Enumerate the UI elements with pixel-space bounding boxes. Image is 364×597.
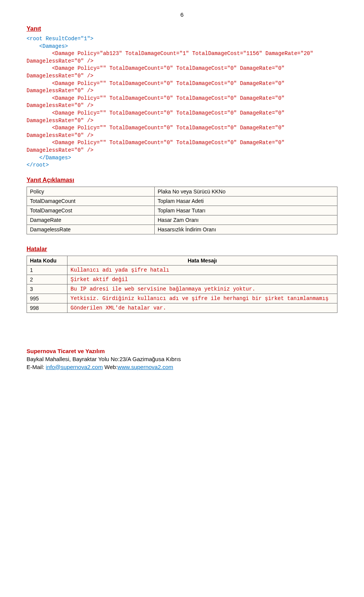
footer-address: Baykal Mahallesi, Bayraktar Yolu No:23/A…: [27, 355, 337, 363]
error-code: 995: [27, 294, 67, 303]
error-msg: Gönderilen XML'de hatalar var.: [67, 303, 337, 313]
table-row: DamagelessRate Hasarsızlık İndirim Oranı: [27, 225, 337, 234]
desc-val: Hasar Zam Oranı: [154, 215, 337, 225]
xml-response-block: <root ResultCode="1"> <Damages> <Damage …: [27, 35, 337, 169]
desc-val: Plaka No veya Sürücü KKNo: [154, 187, 337, 196]
xml-damage-empty: <Damage Policy="" TotalDamageCount="0" T…: [27, 65, 288, 79]
table-row: 3 Bu IP adresi ile web servisine bağlanm…: [27, 284, 337, 294]
error-table: Hata Kodu Hata Mesajı 1 Kullanıcı adı ya…: [27, 256, 337, 313]
desc-key: DamageRate: [27, 215, 155, 225]
error-code: 2: [27, 275, 67, 284]
desc-key: TotalDamageCount: [27, 196, 155, 206]
error-msg: Şirket aktif değil: [67, 275, 337, 284]
footer: Supernova Ticaret ve Yazılım Baykal Maha…: [27, 347, 337, 371]
desc-val: Toplam Hasar Tutarı: [154, 206, 337, 215]
table-row: Policy Plaka No veya Sürücü KKNo: [27, 187, 337, 196]
xml-damage-empty: <Damage Policy="" TotalDamageCount="0" T…: [27, 110, 288, 124]
section-title-hatalar: Hatalar: [27, 246, 337, 253]
error-msg: Bu IP adresi ile web servisine bağlanmay…: [67, 284, 337, 294]
table-row: DamageRate Hasar Zam Oranı: [27, 215, 337, 225]
xml-root-close: </root>: [27, 162, 49, 168]
footer-web-label: Web:: [103, 364, 118, 370]
error-code: 3: [27, 284, 67, 294]
error-header-msg: Hata Mesajı: [67, 256, 337, 265]
xml-root-open: <root ResultCode="1">: [27, 36, 93, 42]
footer-email-link[interactable]: info@supernova2.com: [46, 364, 103, 370]
table-row: 2 Şirket aktif değil: [27, 275, 337, 284]
xml-damage-empty: <Damage Policy="" TotalDamageCount="0" T…: [27, 80, 288, 94]
xml-damage-first: <Damage Policy="ab123" TotalDamageCount=…: [27, 50, 317, 64]
desc-val: Hasarsızlık İndirim Oranı: [154, 225, 337, 234]
table-row: 995 Yetkisiz. Girdiğiniz kullanıcı adı v…: [27, 294, 337, 303]
error-msg: Yetkisiz. Girdiğiniz kullanıcı adı ve şi…: [67, 294, 337, 303]
desc-val: Toplam Hasar Adeti: [154, 196, 337, 206]
error-code: 1: [27, 265, 67, 275]
footer-company: Supernova Ticaret ve Yazılım: [27, 347, 337, 355]
xml-damage-empty: <Damage Policy="" TotalDamageCount="0" T…: [27, 140, 288, 153]
section-title-yanit: Yanıt: [27, 25, 337, 32]
footer-web-link[interactable]: www.supernova2.com: [118, 364, 173, 370]
footer-email-label: E-Mail:: [27, 364, 46, 370]
table-row: TotalDamageCost Toplam Hasar Tutarı: [27, 206, 337, 215]
desc-key: TotalDamageCost: [27, 206, 155, 215]
xml-damage-empty: <Damage Policy="" TotalDamageCount="0" T…: [27, 95, 288, 109]
table-row: TotalDamageCount Toplam Hasar Adeti: [27, 196, 337, 206]
xml-damages-open: <Damages>: [39, 43, 68, 49]
xml-damage-empty: <Damage Policy="" TotalDamageCount="0" T…: [27, 125, 288, 138]
page-number: 6: [27, 11, 337, 18]
table-row: 998 Gönderilen XML'de hatalar var.: [27, 303, 337, 313]
section-title-yanit-aciklamasi: Yanıt Açıklaması: [27, 177, 337, 184]
table-row: 1 Kullanıcı adı yada şifre hatalı: [27, 265, 337, 275]
desc-key: Policy: [27, 187, 155, 196]
description-table: Policy Plaka No veya Sürücü KKNo TotalDa…: [27, 187, 337, 234]
table-header-row: Hata Kodu Hata Mesajı: [27, 256, 337, 265]
error-code: 998: [27, 303, 67, 313]
error-msg: Kullanıcı adı yada şifre hatalı: [67, 265, 337, 275]
xml-damages-close: </Damages>: [39, 155, 71, 161]
error-header-code: Hata Kodu: [27, 256, 67, 265]
desc-key: DamagelessRate: [27, 225, 155, 234]
